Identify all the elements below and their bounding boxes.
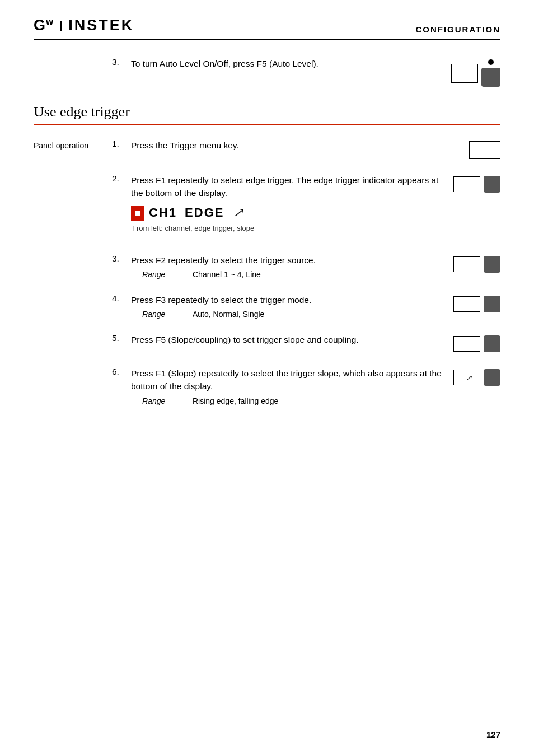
step-4-wrapper: 4. Press F3 repeatedly to select the tri… — [112, 293, 500, 319]
f2-dark — [484, 256, 500, 273]
trigger-indicator: ■ CH1 EDGE ↗ — [131, 206, 444, 221]
step-3: 3. Press F2 repeatedly to select the tri… — [112, 254, 500, 279]
step-2-content: Press F1 repeatedly to select edge trigg… — [131, 174, 444, 239]
step-2-btn — [453, 176, 500, 193]
step-6-range: Range Rising edge, falling edge — [142, 396, 444, 405]
step-4-content: Press F3 repeatedly to select the trigge… — [131, 293, 444, 319]
section-heading: Use edge trigger — [34, 104, 500, 120]
step-5: 5. Press F5 (Slope/coupling) to set trig… — [112, 333, 500, 352]
range-value-6: Rising edge, falling edge — [193, 396, 278, 405]
step-6-text: Press F1 (Slope) repeatedly to select th… — [131, 367, 444, 393]
f1-slope-rect: _↗ — [453, 370, 480, 385]
f5-slope-rect — [453, 336, 480, 352]
step-1-wrapper: 1. Press the Trigger menu key. — [112, 139, 500, 159]
logo-text: GW INSTEK — [34, 17, 134, 34]
step-2: 2. Press F1 repeatedly to select edge tr… — [112, 174, 500, 239]
range-value-4: Auto, Normal, Single — [193, 310, 264, 319]
range-label-3: Range — [142, 270, 176, 279]
section-heading-container: Use edge trigger — [34, 104, 500, 125]
page-number: 127 — [486, 730, 500, 739]
page-title: CONFIGURATION — [415, 25, 500, 34]
indicator-dot — [488, 59, 494, 65]
f1-rect — [453, 176, 480, 192]
step-5-btn — [453, 335, 500, 352]
step-1-text: Press the Trigger menu key. — [131, 139, 460, 152]
f2-rect — [453, 256, 480, 272]
steps-container: 1. Press the Trigger menu key. 2. Press … — [112, 139, 500, 405]
step-1: 1. Press the Trigger menu key. — [112, 139, 500, 159]
f5-button-dark — [481, 68, 500, 87]
step-4-text: Press F3 repeatedly to select the trigge… — [131, 293, 444, 306]
step-4-btn — [453, 296, 500, 312]
indicator-caption: From left: channel, edge trigger, slope — [132, 224, 444, 232]
intro-step: 3. To turn Auto Level On/Off, press F5 (… — [112, 57, 500, 87]
header: GW INSTEK CONFIGURATION — [34, 17, 500, 40]
f5-button-rect — [451, 64, 478, 83]
range-label-6: Range — [142, 396, 176, 405]
step-6-content: Press F1 (Slope) repeatedly to select th… — [131, 367, 444, 405]
ch-block: ■ — [131, 206, 144, 221]
step-5-text: Press F5 (Slope/coupling) to set trigger… — [131, 333, 444, 346]
intro-step-text: To turn Auto Level On/Off, press F5 (Aut… — [131, 57, 442, 70]
f1-dark — [484, 176, 500, 193]
step-2-text: Press F1 repeatedly to select edge trigg… — [131, 174, 444, 200]
panel-operation-label: Panel operation — [34, 141, 88, 150]
step-6-btn: _↗ — [453, 369, 500, 386]
step-3-wrapper: 3. Press F2 repeatedly to select the tri… — [112, 254, 500, 279]
step-3-text: Press F2 repeatedly to select the trigge… — [131, 254, 444, 267]
step-3-number: 3. — [112, 254, 122, 264]
logo: GW INSTEK — [34, 17, 134, 34]
f1-slope-dark — [484, 369, 500, 386]
intro-step-number: 3. — [112, 57, 122, 67]
step-5-number: 5. — [112, 333, 122, 343]
slope-icon: ↗ — [233, 206, 243, 220]
step-4-range: Range Auto, Normal, Single — [142, 310, 444, 319]
step-1-btn — [469, 141, 500, 159]
page: GW INSTEK CONFIGURATION 3. To turn Auto … — [0, 0, 534, 756]
intro-btn-diagram — [451, 59, 500, 87]
range-label-4: Range — [142, 310, 176, 319]
step-4-number: 4. — [112, 293, 122, 304]
step-4: 4. Press F3 repeatedly to select the tri… — [112, 293, 500, 319]
steps-section: Panel operation 1. Press the Trigger men… — [34, 139, 500, 405]
range-value-3: Channel 1 ~ 4, Line — [193, 270, 261, 279]
f5-slope-dark — [484, 335, 500, 352]
step-3-btn — [453, 256, 500, 273]
slope-symbol-btn: _↗ — [462, 374, 472, 382]
step-5-wrapper: 5. Press F5 (Slope/coupling) to set trig… — [112, 333, 500, 352]
step-2-wrapper: 2. Press F1 repeatedly to select edge tr… — [112, 174, 500, 239]
section-divider — [34, 124, 500, 125]
edge-text: EDGE — [185, 206, 224, 220]
step-3-range: Range Channel 1 ~ 4, Line — [142, 270, 444, 279]
ch1-text: CH1 — [149, 206, 177, 220]
step-1-number: 1. — [112, 139, 122, 149]
step-6-number: 6. — [112, 367, 122, 377]
step-3-content: Press F2 repeatedly to select the trigge… — [131, 254, 444, 279]
step-6-wrapper: 6. Press F1 (Slope) repeatedly to select… — [112, 367, 500, 405]
trigger-button-rect — [469, 141, 500, 159]
step-6: 6. Press F1 (Slope) repeatedly to select… — [112, 367, 500, 405]
f3-rect — [453, 296, 480, 312]
f3-dark — [484, 296, 500, 312]
step-2-number: 2. — [112, 174, 122, 184]
